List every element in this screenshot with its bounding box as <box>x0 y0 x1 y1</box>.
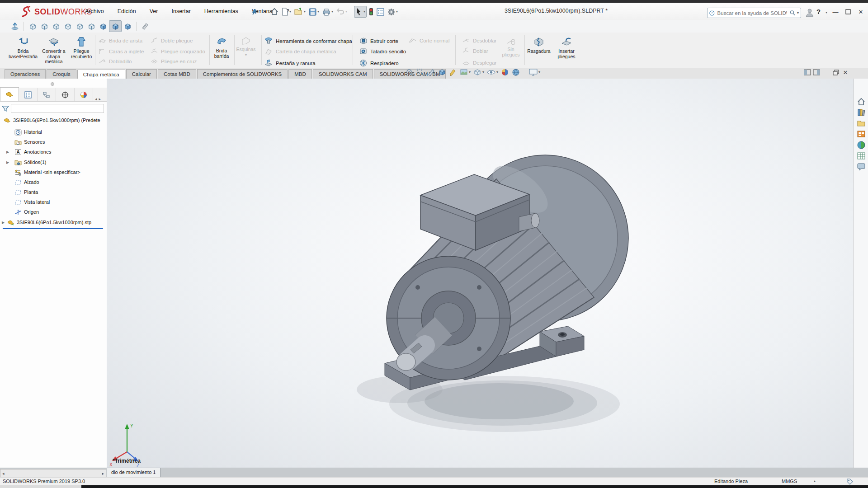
brida-barrida-button[interactable]: Brida barrida <box>211 36 232 59</box>
convertir-chapa-button[interactable]: Convertir a chapa metálica <box>39 36 69 65</box>
scroll-right-icon[interactable]: ▸ <box>99 97 101 101</box>
expand-arrow-icon[interactable]: ▶ <box>5 160 10 164</box>
zoom-area-icon[interactable] <box>416 68 425 76</box>
new-document-button[interactable]: ▾ <box>281 6 292 17</box>
doblar-button[interactable]: Doblar <box>462 47 488 54</box>
tree-item-solidos[interactable]: ▶ Sólidos(1) <box>0 158 107 167</box>
custom-properties-icon[interactable] <box>857 151 866 160</box>
help-button[interactable]: ? <box>816 8 821 15</box>
view-top-button[interactable] <box>74 21 85 32</box>
pliegue-recubierto-button[interactable]: Pliegue recubierto <box>68 36 95 59</box>
respiradero-button[interactable]: Respiradero <box>359 59 399 67</box>
zoom-fit-icon[interactable] <box>406 68 414 76</box>
taladro-sencillo-button[interactable]: Taladro sencillo <box>359 47 406 55</box>
tree-item-anotaciones[interactable]: ▶ A Anotaciones <box>0 147 107 156</box>
scroll-left-icon[interactable]: ◂ <box>95 97 97 101</box>
pane-left-icon[interactable] <box>804 69 811 75</box>
view-right-button[interactable] <box>62 21 74 32</box>
home-button[interactable] <box>269 6 279 17</box>
tab-dimxpert[interactable] <box>56 88 75 101</box>
view-bottom-button[interactable] <box>85 21 97 32</box>
tab-appearances[interactable] <box>75 88 93 101</box>
open-button[interactable]: ▾ <box>293 6 307 17</box>
tab-cotas-mbd[interactable]: Cotas MBD <box>158 69 196 79</box>
tab-solidworks-cam[interactable]: SOLIDWORKS CAM <box>313 69 373 79</box>
dobladillo-button[interactable]: Dobladillo <box>99 58 132 65</box>
view-palette-icon[interactable] <box>857 130 866 139</box>
menu-insertar[interactable]: Insertar <box>170 7 191 16</box>
tree-filter-input[interactable] <box>11 104 104 113</box>
select-tool-button[interactable]: ▾ <box>354 6 367 18</box>
tab-property-manager[interactable] <box>19 88 38 101</box>
corte-normal-button[interactable]: Corte normal <box>408 37 449 44</box>
close-button[interactable]: ✕ <box>855 6 867 17</box>
sin-pliegues-button[interactable]: Sin pliegues <box>500 36 522 57</box>
doc-minimize-button[interactable]: — <box>822 68 831 76</box>
tab-feature-tree[interactable] <box>0 87 19 101</box>
exit-sketch-button[interactable] <box>9 21 21 32</box>
menu-edicion[interactable]: Edición <box>117 7 137 16</box>
tree-item-planta[interactable]: Planta <box>0 188 107 197</box>
pliegue-croquizado-button[interactable]: Pliegue croquizado <box>151 48 205 55</box>
search-icon[interactable] <box>790 9 795 16</box>
tree-item-origen[interactable]: Origen <box>0 207 107 216</box>
tree-root-item[interactable]: 3SIE90L6(6Po1.5kw1000rpm) (Predete <box>0 116 107 125</box>
pin-menu-icon[interactable] <box>251 9 258 16</box>
tree-item-historial[interactable]: Historial <box>0 127 107 136</box>
caras-inglete-button[interactable]: Caras a inglete <box>99 48 144 55</box>
view-back-button[interactable] <box>38 21 50 32</box>
options-button[interactable]: ▾ <box>387 7 399 17</box>
desdoblar-button[interactable]: Desdoblar <box>462 37 496 44</box>
brida-arista-button[interactable]: Brida de arista <box>99 37 142 44</box>
scroll-left-arrow-icon[interactable]: ◂ <box>0 471 6 476</box>
forum-icon[interactable] <box>857 162 866 171</box>
view-left-button[interactable] <box>50 21 62 32</box>
taskpane-home-icon[interactable] <box>857 97 866 106</box>
tag-icon[interactable] <box>846 478 854 485</box>
search-input[interactable] <box>717 10 788 16</box>
tab-calcular[interactable]: Calcular <box>126 69 157 79</box>
minimize-button[interactable]: — <box>830 6 841 17</box>
herramienta-conformar-button[interactable]: Herramienta de conformar chapa <box>264 37 352 45</box>
horizontal-scrollbar[interactable]: ◂ ▸ <box>0 469 106 478</box>
design-library-icon[interactable] <box>857 108 866 117</box>
tab-configurations[interactable] <box>38 88 56 101</box>
view-trimetric-button[interactable] <box>109 20 122 32</box>
tab-mbd[interactable]: MBD <box>288 69 312 79</box>
tab-complementos[interactable]: Complementos de SOLIDWORKS <box>197 69 288 79</box>
tab-croquis[interactable]: Croquis <box>47 69 76 79</box>
tree-item-imported-stp[interactable]: ▶ 3SIE90L6(6Po1.5kw1000rpm).stp - <box>0 218 107 227</box>
print-button[interactable]: ▾ <box>321 7 334 17</box>
extruir-corte-button[interactable]: Extruir corte <box>359 37 398 45</box>
status-units[interactable]: MMGS <box>782 479 797 484</box>
menu-ver[interactable]: Ver <box>149 7 159 16</box>
appearances-scenes-icon[interactable] <box>857 141 866 150</box>
panel-tab-scroll[interactable]: ◂▸ <box>95 97 101 101</box>
brida-base-button[interactable]: Brida base/Pestaña <box>7 36 39 59</box>
maximize-button[interactable] <box>842 6 854 17</box>
cartela-chapa-button[interactable]: Cartela de chapa metálica <box>264 47 336 55</box>
menu-archivo[interactable]: Archivo <box>84 7 105 16</box>
file-properties-button[interactable] <box>376 7 385 17</box>
pliegue-cruz-button[interactable]: Pliegue en cruz <box>151 58 197 65</box>
doc-close-button[interactable]: ✕ <box>841 68 850 76</box>
graphics-viewport[interactable]: Y X Z *Trimétrica <box>107 79 854 468</box>
insertar-pliegues-button[interactable]: Insertar pliegues <box>554 36 579 59</box>
motor-model[interactable]: Y X Z <box>107 79 854 468</box>
edit-appearance-icon[interactable] <box>449 68 457 76</box>
file-explorer-icon[interactable] <box>857 119 866 128</box>
save-button[interactable]: ▾ <box>308 7 320 17</box>
panel-grip[interactable] <box>0 79 107 88</box>
pane-right-icon[interactable] <box>813 69 820 75</box>
view-front-button[interactable] <box>27 21 38 32</box>
search-scope-caret[interactable]: ▾ <box>797 11 799 15</box>
view-settings-button[interactable]: ▾ <box>529 69 540 76</box>
view-dimetric-button[interactable] <box>122 21 133 32</box>
expand-arrow-icon[interactable]: ▶ <box>5 150 10 154</box>
apply-scene-button[interactable]: ▾ <box>460 68 471 76</box>
scroll-right-arrow-icon[interactable]: ▸ <box>100 471 106 476</box>
undo-button[interactable]: ▾ <box>335 7 348 17</box>
tab-chapa-metalica[interactable]: Chapa metálica <box>77 70 125 79</box>
tab-operaciones[interactable]: Operaciones <box>5 69 46 79</box>
tree-item-sensores[interactable]: Sensores <box>0 137 107 146</box>
